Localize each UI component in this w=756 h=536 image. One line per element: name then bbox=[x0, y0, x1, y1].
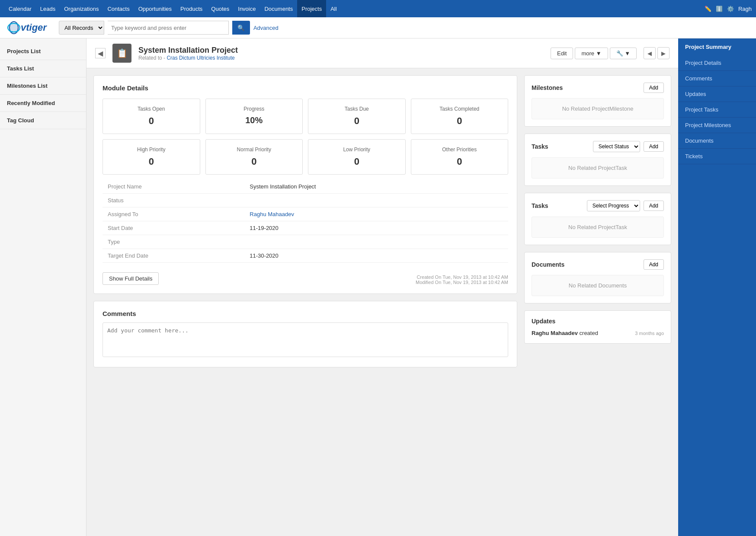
stat-progress: Progress 10% bbox=[205, 99, 303, 134]
nav-invoice[interactable]: Invoice bbox=[234, 0, 260, 17]
updates-section: Updates Raghu Mahaadev created 3 months … bbox=[524, 310, 671, 344]
related-link[interactable]: Cras Dictum Ultricies Institute bbox=[167, 55, 234, 61]
documents-add-button[interactable]: Add bbox=[644, 259, 664, 270]
sidebar: Projects List Tasks List Milestones List… bbox=[0, 38, 86, 536]
project-icon: 📋 bbox=[112, 44, 131, 63]
sidebar-item-tag-cloud[interactable]: Tag Cloud bbox=[0, 112, 86, 129]
right-sidebar-project-details[interactable]: Project Details bbox=[678, 55, 756, 71]
stat-tasks-completed: Tasks Completed 0 bbox=[411, 99, 509, 134]
documents-header: Documents Add bbox=[532, 259, 664, 270]
right-sidebar-updates[interactable]: Updates bbox=[678, 86, 756, 102]
stats-row-1: Tasks Open 0 Progress 10% Tasks Due 0 bbox=[103, 99, 508, 134]
record-meta: Created On Tue, Nov 19, 2013 at 10:42 AM… bbox=[416, 274, 508, 285]
documents-section: Documents Add No Related Documents bbox=[524, 252, 671, 303]
project-header: ◀ 📋 System Installation Project Related … bbox=[86, 38, 678, 68]
nav-documents[interactable]: Documents bbox=[260, 0, 297, 17]
related-label: Related to - bbox=[138, 55, 165, 61]
update-time: 3 months ago bbox=[635, 331, 664, 336]
right-sidebar-project-tasks[interactable]: Project Tasks bbox=[678, 102, 756, 118]
comment-input[interactable] bbox=[103, 322, 508, 357]
tasks-status-header: Tasks Select Status Add bbox=[532, 141, 664, 152]
settings-icon[interactable]: ⚙️ bbox=[727, 6, 734, 12]
wrench-button[interactable]: 🔧 ▼ bbox=[610, 48, 637, 59]
comments-heading: Comments bbox=[103, 310, 508, 317]
nav-projects[interactable]: Projects bbox=[297, 0, 326, 17]
nav-opportunities[interactable]: Opportunities bbox=[134, 0, 176, 17]
right-sidebar: Project Summary Project Details Comments… bbox=[678, 38, 756, 536]
help-icon[interactable]: ℹ️ bbox=[716, 6, 723, 12]
table-row: Assigned To Raghu Mahaadev bbox=[103, 207, 508, 221]
advanced-search-link[interactable]: Advanced bbox=[253, 25, 279, 31]
user-label: Ragh bbox=[738, 6, 752, 12]
select-progress-dropdown[interactable]: Select Progress bbox=[587, 200, 640, 211]
right-sidebar-header: Project Summary bbox=[678, 38, 756, 55]
tasks-status-add-button[interactable]: Add bbox=[644, 141, 664, 152]
milestones-header: Milestones Add bbox=[532, 83, 664, 93]
nav-right-icons: ✏️ ℹ️ ⚙️ Ragh bbox=[705, 6, 752, 12]
nav-quotes[interactable]: Quotes bbox=[207, 0, 234, 17]
right-sidebar-comments[interactable]: Comments bbox=[678, 71, 756, 86]
left-panel: Module Details Tasks Open 0 Progress 10%… bbox=[93, 75, 517, 367]
documents-heading: Documents bbox=[532, 261, 564, 268]
logo: vtiger bbox=[7, 21, 47, 35]
nav-organizations[interactable]: Organizations bbox=[60, 0, 103, 17]
stat-normal-priority: Normal Priority 0 bbox=[205, 139, 303, 175]
vtiger-logo-icon bbox=[7, 21, 21, 35]
right-panel: Milestones Add No Related ProjectMilesto… bbox=[524, 75, 671, 367]
search-bar: vtiger All Records 🔍 Advanced bbox=[0, 17, 756, 38]
right-sidebar-project-milestones[interactable]: Project Milestones bbox=[678, 118, 756, 133]
tasks-status-section: Tasks Select Status Add No Related Proje… bbox=[524, 134, 671, 186]
details-table: Project Name System Installation Project… bbox=[103, 180, 508, 263]
tasks-status-controls: Select Status Add bbox=[593, 141, 664, 152]
nav-products[interactable]: Products bbox=[176, 0, 207, 17]
no-related-task-1: No Related ProjectTask bbox=[532, 157, 664, 179]
logo-text: vtiger bbox=[21, 22, 47, 33]
edit-icon[interactable]: ✏️ bbox=[705, 6, 711, 12]
sidebar-item-projects-list[interactable]: Projects List bbox=[0, 43, 86, 60]
stat-low-priority: Low Priority 0 bbox=[308, 139, 406, 175]
edit-button[interactable]: Edit bbox=[551, 48, 573, 59]
tasks-progress-heading: Tasks bbox=[532, 202, 548, 209]
tasks-status-heading: Tasks bbox=[532, 143, 548, 150]
content-grid: Module Details Tasks Open 0 Progress 10%… bbox=[86, 68, 678, 374]
update-item: Raghu Mahaadev created 3 months ago bbox=[532, 330, 664, 336]
collapse-button[interactable]: ◀ bbox=[95, 48, 106, 58]
milestones-add-button[interactable]: Add bbox=[644, 83, 664, 93]
stat-tasks-open: Tasks Open 0 bbox=[103, 99, 200, 134]
project-title-area: System Installation Project Related to -… bbox=[138, 46, 544, 61]
nav-leads[interactable]: Leads bbox=[36, 0, 60, 17]
select-status-dropdown[interactable]: Select Status bbox=[593, 141, 640, 152]
more-button[interactable]: more ▼ bbox=[575, 48, 608, 59]
sidebar-item-milestones-list[interactable]: Milestones List bbox=[0, 77, 86, 95]
nav-contacts[interactable]: Contacts bbox=[103, 0, 134, 17]
tasks-progress-header: Tasks Select Progress Add bbox=[532, 200, 664, 211]
right-sidebar-tickets[interactable]: Tickets bbox=[678, 149, 756, 164]
stat-high-priority: High Priority 0 bbox=[103, 139, 200, 175]
no-related-milestone: No Related ProjectMilestone bbox=[532, 98, 664, 119]
project-title: System Installation Project bbox=[138, 46, 544, 55]
no-related-task-2: No Related ProjectTask bbox=[532, 217, 664, 238]
search-scope-select[interactable]: All Records bbox=[59, 21, 104, 35]
tasks-progress-section: Tasks Select Progress Add No Related Pro… bbox=[524, 193, 671, 245]
milestones-section: Milestones Add No Related ProjectMilesto… bbox=[524, 75, 671, 127]
search-input[interactable] bbox=[108, 21, 229, 35]
show-full-details-button[interactable]: Show Full Details bbox=[103, 272, 159, 285]
right-sidebar-documents[interactable]: Documents bbox=[678, 133, 756, 149]
tasks-progress-controls: Select Progress Add bbox=[587, 200, 664, 211]
sidebar-item-tasks-list[interactable]: Tasks List bbox=[0, 60, 86, 77]
table-row: Start Date 11-19-2020 bbox=[103, 221, 508, 235]
table-row: Target End Date 11-30-2020 bbox=[103, 249, 508, 263]
sidebar-item-recently-modified[interactable]: Recently Modified bbox=[0, 95, 86, 112]
tasks-progress-add-button[interactable]: Add bbox=[644, 201, 664, 211]
assigned-to-link[interactable]: Raghu Mahaadev bbox=[250, 211, 294, 217]
update-user: Raghu Mahaadev created bbox=[532, 330, 598, 336]
nav-all[interactable]: All bbox=[326, 0, 341, 17]
header-actions: Edit more ▼ 🔧 ▼ bbox=[551, 48, 637, 59]
next-arrow[interactable]: ▶ bbox=[657, 47, 670, 59]
search-button[interactable]: 🔍 bbox=[232, 21, 250, 35]
module-details-heading: Module Details bbox=[103, 84, 508, 92]
table-row: Type bbox=[103, 235, 508, 249]
project-related: Related to - Cras Dictum Ultricies Insti… bbox=[138, 55, 544, 61]
nav-calendar[interactable]: Calendar bbox=[4, 0, 36, 17]
prev-arrow[interactable]: ◀ bbox=[644, 47, 656, 59]
